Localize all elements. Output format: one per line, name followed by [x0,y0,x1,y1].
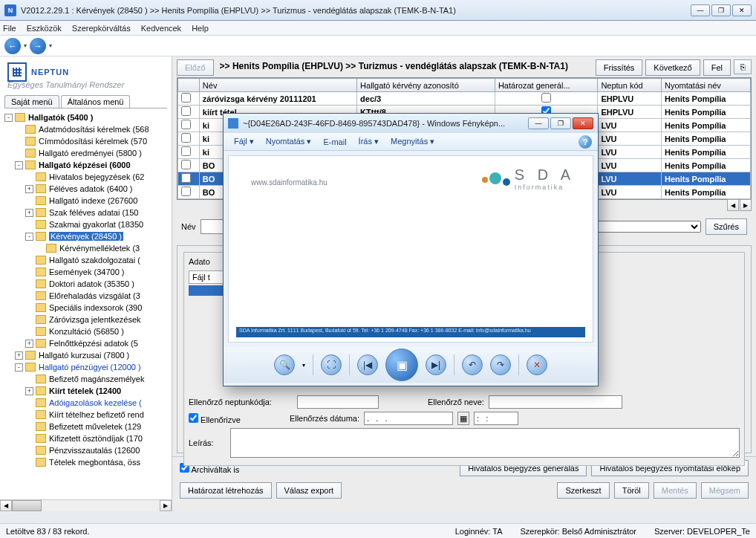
row-checkbox[interactable] [181,173,191,183]
grid-header[interactable]: Határozat generál... [495,79,597,92]
viewer-maximize-button[interactable]: ❐ [550,117,571,129]
row-hatarozat-checkbox[interactable] [541,93,551,103]
tab-own-menu[interactable]: Saját menü [4,95,59,108]
textarea-leiras[interactable] [230,428,740,458]
scroll-thumb[interactable] [12,500,42,511]
scroll-left-icon[interactable]: ◀ [0,500,12,511]
tree-node[interactable]: Kiírt tételhez befizető rend [4,409,172,421]
nav-forward-button[interactable]: → [30,38,46,54]
nav-tree[interactable]: -Hallgatók (5400 )Adatmódosítási kérelme… [0,108,172,499]
fit-icon[interactable]: ⛶ [321,354,342,375]
tree-node[interactable]: -Hallgató pénzügyei (12000 ) [4,361,172,373]
tree-node[interactable]: Kérvénymellékletek (3 [4,242,172,254]
input-ellenorzo-nev[interactable] [489,395,622,409]
filter-combo[interactable] [582,221,701,233]
slideshow-icon[interactable]: ▣ [385,349,418,381]
tree-node[interactable]: +Féléves adatok (6400 ) [4,183,172,195]
tree-node[interactable]: Szakmai gyakorlat (18350 [4,218,172,230]
filter-button[interactable]: Szűrés [706,218,747,235]
tree-node[interactable]: Események (34700 ) [4,266,172,278]
grid-header[interactable]: Nyomtatási név [661,79,750,92]
tree-node[interactable]: Címmódosítási kérelmek (570 [4,135,172,147]
viewer-help-icon[interactable]: ? [579,135,592,149]
tree-node[interactable]: Pénzvisszautalás (12600 [4,444,172,456]
tree-node[interactable]: Hallgató indexe (267600 [4,195,172,207]
tree-node[interactable]: Záróvizsga jelentkezések [4,314,172,325]
viewer-menu-print[interactable]: Nyomtatás ▾ [261,135,316,148]
tree-node[interactable]: Doktori adatok (35350 ) [4,278,172,290]
row-checkbox[interactable] [181,106,191,116]
tree-node[interactable]: Hallgató eredményei (5800 ) [4,147,172,159]
row-checkbox[interactable] [181,187,191,196]
tree-node[interactable]: Konzultáció (56850 ) [4,325,172,337]
viewer-minimize-button[interactable]: — [528,117,549,129]
tab-general-menu[interactable]: Általános menü [61,95,131,108]
row-checkbox[interactable] [181,93,191,103]
scroll-right-icon[interactable]: ▶ [160,500,172,511]
tree-node[interactable]: Hallgató szakdolgozatai ( [4,254,172,266]
menu-favorites[interactable]: Kedvencek [141,24,181,33]
tree-node[interactable]: Speciális indexsorok (390 [4,302,172,314]
tree-node[interactable]: Hivatalos bejegyzések (62 [4,171,172,183]
input-ell-datum[interactable] [364,412,453,425]
viewer-menu-burn[interactable]: Írás ▾ [354,135,383,148]
tree-node[interactable]: Előrehaladás vizsgálat (3 [4,290,172,302]
row-checkbox[interactable] [181,146,191,156]
row-checkbox[interactable] [181,160,191,169]
menu-tools[interactable]: Eszközök [27,24,62,33]
photo-viewer-window[interactable]: ~{D04E26AD-243F-46FD-8469-895743DAD478} … [223,113,599,386]
grid-header[interactable]: Hallgató kérvény azonosító [357,79,495,92]
prev-image-icon[interactable]: |◀ [357,354,378,375]
tree-node[interactable]: -Hallgató képzései (6000 [4,159,172,171]
btn-valasz-export[interactable]: Válasz export [276,482,342,499]
next-button[interactable]: Következő [645,59,700,76]
grid-scroll-left[interactable]: ◀ [727,199,739,211]
tree-node[interactable]: +Kiírt tételek (12400 [4,385,172,397]
tree-node[interactable]: +Hallgató kurzusai (7800 ) [4,349,172,361]
minimize-button[interactable]: — [691,4,710,16]
viewer-titlebar[interactable]: ~{D04E26AD-243F-46FD-8469-895743DAD478} … [224,114,598,133]
btn-hatarozat[interactable]: Határozat létrehozás [180,482,272,499]
tree-node[interactable]: -Hallgatók (5400 ) [4,111,172,123]
next-image-icon[interactable]: ▶| [426,354,446,375]
tree-node[interactable]: -Kérvények (28450 ) [4,230,172,242]
fajl-tab[interactable]: Fájl t [189,270,226,284]
viewer-close-button[interactable]: ✕ [573,117,593,129]
grid-header[interactable] [178,79,200,92]
table-row[interactable]: záróvizsga kérvény 20111201dec/3EHPLVUHe… [178,92,751,106]
btn-torol[interactable]: Töröl [614,482,649,499]
btn-mentes[interactable]: Mentés [654,482,697,499]
tree-node[interactable]: Tételek megbontása, öss [4,456,172,468]
delete-icon[interactable]: ✕ [527,354,547,375]
menu-help[interactable]: Help [192,24,209,33]
tree-node[interactable]: +Felnőttképzési adatok (5 [4,337,172,349]
grid-scroll-right[interactable]: ▶ [740,199,752,211]
pin-icon[interactable]: ⎘ [734,59,752,74]
maximize-button[interactable]: ❐ [711,4,731,16]
rotate-ccw-icon[interactable]: ↶ [462,354,483,375]
input-ell-time[interactable] [474,412,518,425]
tree-node[interactable]: Befizetett műveletek (129 [4,421,172,432]
checkbox-ellenorizve[interactable] [189,413,198,423]
tree-node[interactable]: Adóigazolások kezelése ( [4,397,172,409]
tree-node[interactable]: Befizető magánszemélyek [4,373,172,385]
refresh-button[interactable]: Frissítés [596,59,643,76]
grid-header[interactable]: Név [199,79,356,92]
tree-node[interactable]: Adatmódosítási kérelmek (568 [4,123,172,135]
row-checkbox[interactable] [181,133,191,143]
zoom-out-icon[interactable]: 🔍 [274,354,295,375]
viewer-menu-open[interactable]: Megnyitás ▾ [386,135,439,148]
btn-szerkeszt[interactable]: Szerkeszt [557,482,609,499]
tree-node[interactable]: +Szak féléves adatai (150 [4,207,172,218]
tree-node[interactable]: Kifizetett ösztöndíjak (170 [4,432,172,444]
menu-roleswitch[interactable]: Szerepkörváltás [72,24,131,33]
btn-megsem[interactable]: Mégsem [701,482,749,499]
tree-hscroll[interactable]: ◀ ▶ [0,499,172,511]
prev-button[interactable]: Előző [177,59,214,76]
menu-file[interactable]: File [3,24,16,33]
calendar-icon[interactable]: ▦ [457,412,469,425]
viewer-menu-email[interactable]: E-mail [319,136,351,148]
close-button[interactable]: ✕ [732,4,752,16]
rotate-cw-icon[interactable]: ↷ [490,354,511,375]
row-checkbox[interactable] [181,120,191,129]
